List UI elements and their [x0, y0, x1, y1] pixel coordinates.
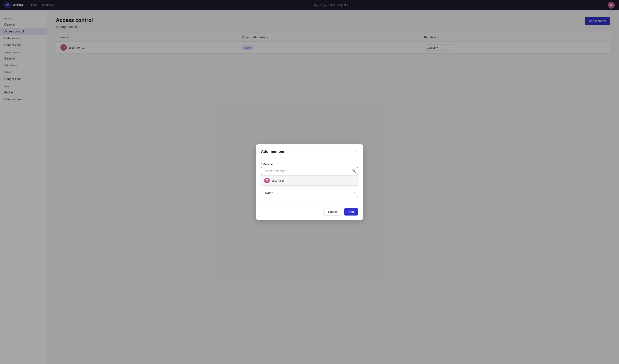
member-search-input[interactable]: [261, 167, 358, 175]
modal-overlay[interactable]: Add member × * Member 🔍 TE test_user: [0, 0, 619, 364]
member-dropdown: TE test_user: [261, 175, 358, 186]
member-field: * Member 🔍 TE test_user: [261, 163, 358, 186]
permission-dropdown[interactable]: Owner: [261, 189, 358, 197]
permission-field: Owner ▾: [261, 189, 358, 197]
member-input-wrapper: 🔍: [261, 167, 358, 175]
dropdown-user-avatar: TE: [264, 178, 270, 183]
dropdown-user-name: test_user: [272, 179, 284, 182]
dropdown-item-test-user[interactable]: TE test_user: [261, 176, 358, 185]
member-label: * Member: [261, 163, 358, 166]
cancel-button[interactable]: Cancel: [324, 208, 342, 215]
modal-header: Add member ×: [256, 144, 363, 158]
search-icon: 🔍: [352, 169, 356, 173]
add-button[interactable]: Add: [344, 208, 358, 215]
modal-close-button[interactable]: ×: [352, 149, 358, 155]
modal-body: * Member 🔍 TE test_user Owner: [256, 158, 363, 205]
permission-select-wrapper: Owner ▾: [261, 189, 358, 197]
modal-title: Add member: [261, 149, 284, 154]
modal-footer: Cancel Add: [256, 205, 363, 220]
add-member-modal: Add member × * Member 🔍 TE test_user: [256, 144, 363, 220]
required-star: *: [261, 163, 262, 166]
